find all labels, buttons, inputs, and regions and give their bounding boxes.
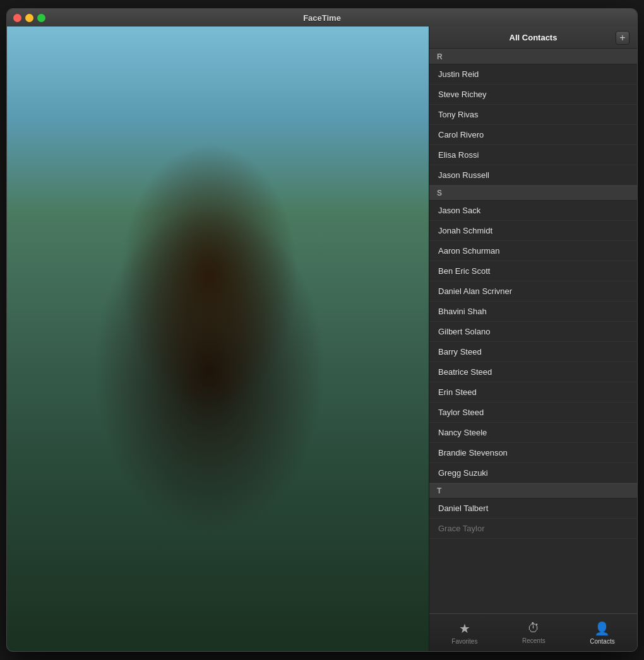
contact-item[interactable]: Tony Rivas — [429, 105, 637, 125]
minimize-button[interactable] — [25, 14, 33, 22]
contact-item[interactable]: Jonah Schmidt — [429, 221, 637, 241]
tab-contacts[interactable]: 👤 Contacts — [577, 617, 627, 649]
contact-item[interactable]: Steve Richey — [429, 85, 637, 105]
window-title: FaceTime — [303, 13, 341, 23]
contact-item[interactable]: Nancy Steele — [429, 423, 637, 443]
contact-item[interactable]: Grace Taylor — [429, 519, 637, 539]
contact-item[interactable]: Taylor Steed — [429, 403, 637, 423]
sidebar: All Contacts + RJustin ReidSteve RicheyT… — [429, 27, 637, 651]
contact-item[interactable]: Carol Rivero — [429, 125, 637, 145]
contact-item[interactable]: Elisa Rossi — [429, 145, 637, 165]
sidebar-title: All Contacts — [451, 33, 616, 42]
contact-item[interactable]: Gilbert Solano — [429, 322, 637, 342]
app-window: FaceTime All Contacts — [6, 8, 638, 652]
video-feed — [7, 27, 429, 651]
contact-item[interactable]: Erin Steed — [429, 382, 637, 403]
add-contact-button[interactable]: + — [616, 31, 629, 45]
maximize-button[interactable] — [37, 14, 45, 22]
video-area — [7, 27, 429, 651]
contact-item[interactable]: Jason Sack — [429, 201, 637, 221]
person-bg-overlay — [7, 27, 429, 651]
contacts-icon: 👤 — [594, 621, 610, 636]
contact-item[interactable]: Beatrice Steed — [429, 362, 637, 382]
recents-label: Recents — [522, 637, 546, 644]
contact-item[interactable]: Daniel Alan Scrivner — [429, 281, 637, 302]
contact-item[interactable]: Barry Steed — [429, 342, 637, 362]
section-header-t: T — [429, 483, 637, 498]
tab-favorites[interactable]: ★ Favorites — [439, 617, 490, 649]
bottom-toolbar: ★ Favorites ⏱ Recents 👤 Contacts — [429, 613, 637, 651]
contact-item[interactable]: Bhavini Shah — [429, 302, 637, 322]
section-header-s: S — [429, 186, 637, 201]
contact-item[interactable]: Ben Eric Scott — [429, 261, 637, 281]
sidebar-header: All Contacts + — [429, 27, 637, 49]
tab-recents[interactable]: ⏱ Recents — [510, 617, 558, 648]
contacts-list[interactable]: RJustin ReidSteve RicheyTony RivasCarol … — [429, 49, 637, 613]
contact-item[interactable]: Justin Reid — [429, 64, 637, 85]
close-button[interactable] — [13, 14, 21, 22]
contact-item[interactable]: Jason Russell — [429, 165, 637, 186]
contact-item[interactable]: Brandie Stevenson — [429, 443, 637, 463]
section-header-r: R — [429, 49, 637, 64]
recents-icon: ⏱ — [527, 621, 540, 635]
contact-item[interactable]: Daniel Talbert — [429, 498, 637, 519]
favorites-label: Favorites — [451, 638, 477, 645]
contact-item[interactable]: Aaron Schurman — [429, 241, 637, 261]
contacts-label: Contacts — [590, 638, 614, 645]
contact-item[interactable]: Gregg Suzuki — [429, 463, 637, 483]
titlebar-buttons — [13, 14, 45, 22]
titlebar: FaceTime — [7, 9, 637, 27]
main-content: All Contacts + RJustin ReidSteve RicheyT… — [7, 27, 637, 651]
favorites-icon: ★ — [459, 621, 470, 636]
